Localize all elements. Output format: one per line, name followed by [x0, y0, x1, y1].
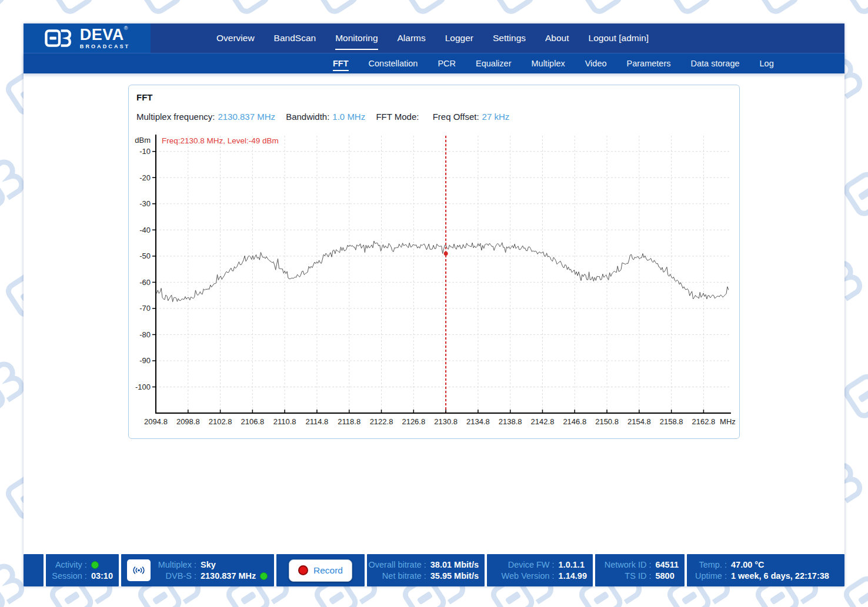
overall-bitrate-label: Overall bitrate : — [368, 560, 426, 569]
web-version-value: 1.14.99 — [559, 571, 587, 581]
svg-text:-30: -30 — [139, 199, 151, 208]
record-icon — [298, 565, 308, 575]
svg-text:-100: -100 — [135, 383, 151, 391]
svg-text:2102.8: 2102.8 — [209, 417, 232, 426]
record-button-label: Record — [313, 565, 343, 576]
status-firmware: Device FW : 1.0.1.1 Web Version : 1.14.9… — [487, 554, 593, 586]
info-freq-offset: Freq Offset:27 kHz — [433, 112, 510, 122]
activity-status — [91, 561, 113, 569]
ts-id-label: TS ID : — [605, 571, 652, 581]
watermark-logo-tile — [130, 0, 216, 25]
svg-text:MHz: MHz — [720, 417, 736, 426]
temp-value: 47.00 °C — [731, 560, 829, 569]
uptime-value: 1 week, 6 days, 22:17:38 — [731, 571, 829, 581]
subnav-item-equalizer[interactable]: Equalizer — [476, 53, 511, 73]
nav-item-alarms[interactable]: Alarms — [398, 24, 426, 53]
watermark-logo-tile — [659, 0, 746, 25]
subnav-item-parameters[interactable]: Parameters — [627, 53, 671, 73]
status-bar: Activity : Session : 03:10 — [24, 552, 844, 586]
svg-text:2142.8: 2142.8 — [531, 417, 555, 426]
info-fft-mode: FFT Mode: — [376, 112, 422, 122]
session-value: 03:10 — [91, 571, 113, 581]
logo-name: DEVA — [80, 26, 124, 43]
watermark-logo-tile — [747, 0, 834, 25]
svg-text:2110.8: 2110.8 — [273, 417, 296, 426]
subnav-item-data-storage[interactable]: Data storage — [690, 53, 739, 73]
svg-text:-60: -60 — [139, 278, 151, 287]
status-activity-session: Activity : Session : 03:10 — [46, 554, 119, 586]
antenna-icon-box — [127, 559, 151, 581]
nav-item-logout[interactable]: Logout [admin] — [589, 24, 649, 53]
subnav-item-constellation[interactable]: Constellation — [369, 53, 418, 73]
deva-monogram-icon — [44, 27, 75, 49]
svg-text:2146.8: 2146.8 — [563, 417, 586, 426]
multiplex-value: Sky — [201, 560, 268, 569]
nav-item-settings[interactable]: Settings — [493, 24, 526, 53]
status-record: Record — [276, 554, 365, 586]
status-temp-uptime: Temp. : 47.00 °C Uptime : 1 week, 6 days… — [687, 554, 844, 586]
svg-text:2106.8: 2106.8 — [241, 417, 264, 426]
svg-text:2126.8: 2126.8 — [402, 417, 425, 426]
svg-text:2150.8: 2150.8 — [595, 417, 619, 426]
multiplex-label: Multiplex : — [158, 560, 196, 569]
device-fw-value: 1.0.1.1 — [559, 560, 587, 569]
nav-item-monitoring[interactable]: Monitoring — [335, 24, 378, 53]
record-button[interactable]: Record — [289, 559, 352, 582]
net-bitrate-label: Net bitrate : — [368, 571, 426, 581]
content-area: FFT Multiplex frequency:2130.837 MHz Ban… — [24, 73, 844, 552]
watermark-logo-tile — [218, 0, 305, 25]
subnav-item-fft[interactable]: FFT — [333, 53, 349, 73]
device-fw-label: Device FW : — [502, 560, 555, 569]
svg-text:2122.8: 2122.8 — [370, 417, 393, 426]
subnav-item-multiplex[interactable]: Multiplex — [531, 53, 565, 73]
fft-panel: FFT Multiplex frequency:2130.837 MHz Ban… — [128, 85, 740, 439]
overall-bitrate-value: 38.01 Mbit/s — [430, 560, 479, 569]
fft-spectrum-chart[interactable]: -10-20-30-40-50-60-70-80-90-1002094.8209… — [129, 126, 739, 433]
session-label: Session : — [52, 571, 87, 581]
deva-broadcast-logo: DEVA® BROADCAST — [24, 24, 151, 53]
svg-text:2158.8: 2158.8 — [660, 417, 683, 426]
antenna-signal-icon — [132, 565, 146, 575]
info-bandwidth: Bandwidth:1.0 MHz — [286, 112, 365, 122]
svg-text:2154.8: 2154.8 — [627, 417, 651, 426]
status-network-ids: Network ID : 64511 TS ID : 5800 — [595, 554, 685, 586]
ts-id-value: 5800 — [655, 571, 679, 581]
nav-item-about[interactable]: About — [545, 24, 569, 53]
dvbs-value: 2130.837 MHz — [201, 571, 268, 581]
watermark-logo-tile — [483, 0, 569, 25]
subnav-item-video[interactable]: Video — [585, 53, 607, 73]
watermark-logo-tile — [306, 0, 393, 25]
chart-wrapper: -10-20-30-40-50-60-70-80-90-1002094.8209… — [129, 126, 739, 433]
nav-item-overview[interactable]: Overview — [216, 24, 255, 53]
watermark-logo-tile — [0, 0, 39, 25]
status-spacer — [24, 554, 44, 586]
subnav-item-log[interactable]: Log — [760, 53, 774, 73]
dvbs-label: DVB-S : — [158, 571, 196, 581]
network-id-value: 64511 — [655, 560, 679, 569]
svg-text:Freq:2130.8 MHz, Level:-49 dBm: Freq:2130.8 MHz, Level:-49 dBm — [162, 136, 279, 145]
svg-text:2130.8: 2130.8 — [434, 417, 458, 426]
nav-item-bandscan[interactable]: BandScan — [274, 24, 316, 53]
web-version-label: Web Version : — [502, 571, 555, 581]
svg-text:2162.8: 2162.8 — [692, 417, 716, 426]
svg-text:2098.8: 2098.8 — [176, 417, 200, 426]
panel-title: FFT — [136, 92, 739, 102]
monitoring-subnav: FFT Constellation PCR Equalizer Multiple… — [24, 53, 844, 73]
watermark-logo-tile — [836, 0, 868, 25]
logo-subtitle: BROADCAST — [80, 44, 130, 49]
status-bitrate: Overall bitrate : 38.01 Mbit/s Net bitra… — [367, 554, 485, 586]
net-bitrate-value: 35.95 Mbit/s — [430, 571, 479, 581]
status-multiplex: Multiplex : Sky DVB-S : 2130.837 MHz — [121, 554, 274, 586]
svg-text:-80: -80 — [139, 330, 151, 339]
nav-item-logger[interactable]: Logger — [445, 24, 473, 53]
subnav-item-pcr[interactable]: PCR — [438, 53, 456, 73]
app-window: DEVA® BROADCAST Overview BandScan Monito… — [24, 24, 844, 586]
info-multiplex-frequency: Multiplex frequency:2130.837 MHz — [136, 112, 275, 122]
uptime-label: Uptime : — [695, 571, 727, 581]
svg-text:dBm: dBm — [135, 136, 151, 145]
svg-text:-70: -70 — [139, 304, 151, 313]
fft-info-line: Multiplex frequency:2130.837 MHz Bandwid… — [136, 112, 739, 122]
watermark-logo-tile — [42, 0, 128, 25]
logo-text: DEVA® BROADCAST — [80, 27, 130, 49]
svg-text:2094.8: 2094.8 — [144, 417, 168, 426]
